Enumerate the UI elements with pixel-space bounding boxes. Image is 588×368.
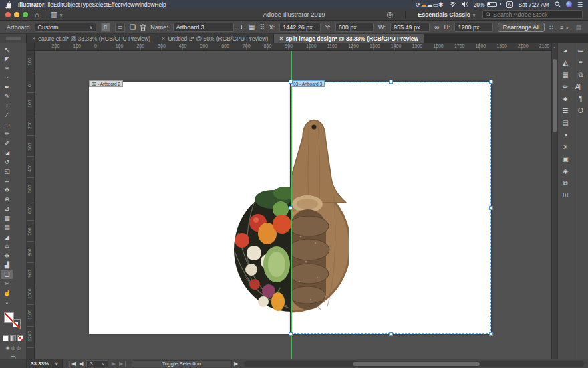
workspace-switcher[interactable]: Essentials Classic∨ bbox=[418, 11, 476, 18]
libraries-panel-icon[interactable]: ≔ bbox=[575, 45, 587, 56]
document-tab[interactable]: × split image design* @ 33.33% (RGB/GPU … bbox=[274, 34, 424, 43]
toolbar-panel-tab[interactable] bbox=[0, 34, 27, 43]
mesh-tool[interactable]: ▦ bbox=[1, 213, 13, 223]
menu-item[interactable]: Illustrator bbox=[18, 1, 44, 8]
transparency-panel-icon[interactable]: ◑ bbox=[559, 130, 571, 141]
vertical-scrollbar[interactable]: ︿ bbox=[551, 43, 557, 359]
menu-item[interactable]: Help bbox=[154, 1, 166, 8]
selection-tool[interactable]: ↖ bbox=[1, 45, 13, 54]
volume-icon[interactable] bbox=[462, 1, 468, 7]
wifi-icon[interactable] bbox=[449, 1, 456, 7]
rotate-tool[interactable]: ↺ bbox=[1, 157, 13, 167]
slice-tool[interactable]: ✂ bbox=[1, 279, 13, 288]
color-panel-icon[interactable]: ◕ bbox=[559, 45, 571, 56]
selection-handle[interactable] bbox=[289, 332, 293, 336]
selection-handle[interactable] bbox=[289, 80, 293, 84]
eyedropper-tool[interactable]: ◢ bbox=[1, 232, 13, 242]
ruler-origin-corner[interactable] bbox=[27, 43, 35, 51]
align-options-icon[interactable]: ≡∨ bbox=[560, 24, 569, 31]
artboards-panel-icon[interactable]: ⧉ bbox=[559, 178, 571, 189]
artboard-number-select[interactable]: 3∨ bbox=[86, 360, 108, 367]
canvas-area[interactable]: 2001000100200300400500600700800900100011… bbox=[27, 43, 557, 359]
last-artboard-button[interactable]: ▶❘ bbox=[119, 361, 128, 367]
tab-close-icon[interactable]: × bbox=[32, 35, 35, 42]
column-graph-tool[interactable]: ▟ bbox=[1, 260, 13, 270]
green-guide-line[interactable] bbox=[291, 51, 292, 359]
brushes-panel-icon[interactable]: ✏ bbox=[559, 82, 571, 92]
grid-snapping-icon[interactable]: ∷ bbox=[549, 24, 553, 31]
landscape-orientation-button[interactable]: ▭ bbox=[115, 23, 125, 32]
h-input[interactable]: 1200 px bbox=[454, 23, 492, 32]
reference-point-icon[interactable]: ⠿ bbox=[259, 23, 264, 31]
magic-wand-tool[interactable]: ✶ bbox=[1, 64, 13, 73]
free-transform-tool[interactable]: ✥ bbox=[1, 185, 13, 195]
menu-item[interactable]: View bbox=[122, 1, 134, 8]
library-icon[interactable]: ▤ bbox=[575, 24, 581, 31]
menu-item[interactable]: Type bbox=[80, 1, 92, 8]
drawing-modes-button[interactable]: ◉ ◎ ◎ bbox=[1, 345, 25, 351]
artboard-2-tag[interactable]: 02 - Artboard 2 bbox=[89, 80, 123, 87]
graphic-styles-panel-icon[interactable]: ▣ bbox=[559, 154, 571, 165]
tab-close-icon[interactable]: × bbox=[279, 35, 283, 42]
blend-tool[interactable]: ∞ bbox=[1, 242, 13, 251]
color-button[interactable] bbox=[3, 335, 9, 341]
menu-item[interactable]: Effect bbox=[108, 1, 122, 8]
zoom-window-button[interactable] bbox=[23, 12, 28, 17]
pen-tool[interactable]: ✒ bbox=[1, 82, 13, 92]
link-dimensions-icon[interactable]: ∞ bbox=[434, 23, 439, 31]
asset-export-panel-icon[interactable]: ⊞ bbox=[559, 190, 571, 201]
symbol-sprayer-tool[interactable]: ❉ bbox=[1, 251, 13, 260]
align-panel-icon[interactable]: ≡ bbox=[575, 58, 587, 68]
shaper-tool[interactable]: ✐ bbox=[1, 139, 13, 148]
new-artboard-icon[interactable]: ❏ bbox=[130, 23, 136, 31]
swatches-panel-icon[interactable]: ▦ bbox=[559, 70, 571, 80]
status-display-field[interactable]: Toggle Selection bbox=[132, 360, 232, 367]
pasteboard[interactable]: 02 - Artboard 2 03 - Artboard 3 bbox=[35, 51, 551, 359]
transform-panel-icon[interactable]: ⧉ bbox=[575, 70, 587, 80]
ruler-v-labels[interactable]: 1000100200300400500600700800900100011001… bbox=[27, 51, 35, 359]
delete-artboard-icon[interactable] bbox=[140, 24, 146, 31]
perspective-grid-tool[interactable]: ⊿ bbox=[1, 204, 13, 213]
menu-item[interactable]: Object bbox=[63, 1, 80, 8]
document-tab[interactable]: × Untitled-2* @ 50% (RGB/GPU Preview) bbox=[156, 34, 274, 43]
fill-swatch[interactable] bbox=[4, 312, 14, 323]
artboard-3-tag[interactable]: 03 - Artboard 3 bbox=[291, 80, 325, 87]
type-tool[interactable]: T bbox=[1, 101, 13, 110]
line-segment-tool[interactable]: ∕ bbox=[1, 110, 13, 120]
paintbrush-tool[interactable]: ✏ bbox=[1, 129, 13, 139]
next-artboard-button[interactable]: ▶ bbox=[112, 361, 116, 367]
selection-handle[interactable] bbox=[489, 206, 493, 210]
horizontal-scrollbar[interactable] bbox=[244, 361, 584, 367]
battery-indicator[interactable]: 20% bbox=[474, 1, 501, 8]
paragraph-panel-icon[interactable]: ¶ bbox=[575, 94, 587, 104]
menu-item[interactable]: File bbox=[44, 1, 53, 8]
selection-handle[interactable] bbox=[489, 80, 493, 84]
gradient-panel-icon[interactable]: ▤ bbox=[559, 118, 571, 128]
notification-center-icon[interactable]: ☰ bbox=[577, 1, 583, 8]
rectangle-tool[interactable]: ▭ bbox=[1, 120, 13, 129]
horizontal-scrollbar-thumb[interactable] bbox=[353, 362, 480, 366]
character-panel-icon[interactable]: A⎸ bbox=[575, 82, 587, 92]
ruler-h-labels[interactable]: 2001000100200300400500600700800900100011… bbox=[35, 43, 551, 51]
x-input[interactable]: 1442.26 px bbox=[279, 23, 320, 32]
artboard-preset-select[interactable]: Custom∨ bbox=[35, 23, 96, 32]
airdrop-icon[interactable]: ✱ bbox=[438, 1, 444, 8]
width-tool[interactable]: ↔ bbox=[1, 176, 13, 185]
move-artwork-icon[interactable]: ✛ bbox=[239, 23, 244, 31]
scale-tool[interactable]: ◱ bbox=[1, 167, 13, 176]
artboard-options-icon[interactable]: ▦ bbox=[249, 23, 255, 31]
prev-artboard-button[interactable]: ◀ bbox=[79, 361, 83, 367]
eraser-tool[interactable]: ◪ bbox=[1, 148, 13, 157]
portrait-orientation-button[interactable]: ▯ bbox=[101, 23, 111, 32]
w-input[interactable]: 955.49 px bbox=[390, 23, 430, 32]
menu-item[interactable]: Select bbox=[92, 1, 108, 8]
close-window-button[interactable] bbox=[5, 12, 11, 17]
appearance-panel-icon[interactable]: ☀ bbox=[559, 142, 571, 153]
none-button[interactable] bbox=[17, 335, 23, 341]
artboard-tool[interactable]: ❏ bbox=[1, 270, 13, 279]
menu-item[interactable]: Edit bbox=[53, 1, 63, 8]
tab-close-icon[interactable]: × bbox=[162, 35, 165, 42]
zoom-tool[interactable]: ⌕ bbox=[1, 298, 13, 307]
y-input[interactable]: 600 px bbox=[335, 23, 374, 32]
spotlight-icon[interactable] bbox=[555, 1, 561, 7]
